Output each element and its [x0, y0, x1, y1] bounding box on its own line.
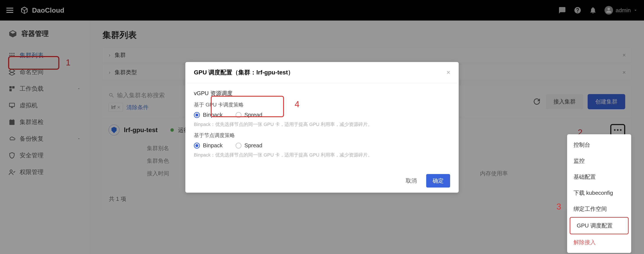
menu-remove-access[interactable]: 解除接入: [567, 234, 631, 250]
annotation-box-4: [211, 96, 284, 117]
menu-basic-config[interactable]: 基础配置: [567, 169, 631, 185]
menu-monitor[interactable]: 监控: [567, 153, 631, 169]
menu-bind-workspace[interactable]: 绑定工作空间: [567, 201, 631, 217]
gpu-scheduling-modal: GPU 调度配置（集群：lrf-gpu-test） × vGPU 资源调度 基于…: [185, 62, 459, 193]
radio-spread-node[interactable]: Spread: [236, 142, 262, 149]
cancel-button[interactable]: 取消: [402, 174, 421, 187]
menu-gpu-scheduling[interactable]: GPU 调度配置: [570, 217, 629, 234]
menu-console[interactable]: 控制台: [567, 137, 631, 153]
modal-hint-2: Binpack：优先选择节点的同一张 GPU 卡，适用于提高 GPU 利用率，减…: [194, 152, 450, 158]
close-icon[interactable]: ×: [447, 69, 450, 76]
modal-policy-node: 基于节点调度策略: [194, 132, 450, 139]
menu-download-kubeconfig[interactable]: 下载 kubeconfig: [567, 185, 631, 201]
radio-icon: [236, 143, 242, 149]
radio-icon: [194, 143, 200, 149]
radio-binpack-node[interactable]: Binpack: [194, 142, 223, 149]
annotation-number-4: 4: [295, 99, 299, 109]
confirm-button[interactable]: 确定: [426, 174, 450, 187]
modal-hint-1: Binpack：优先选择节点的同一张 GPU 卡，适用于提高 GPU 利用率，减…: [194, 121, 450, 128]
radio-icon: [194, 112, 200, 118]
cluster-action-menu: 控制台 监控 基础配置 下载 kubeconfig 绑定工作空间 GPU 调度配…: [567, 134, 631, 253]
annotation-number-3: 3: [556, 202, 561, 211]
modal-title: GPU 调度配置（集群：lrf-gpu-test）: [194, 68, 294, 77]
